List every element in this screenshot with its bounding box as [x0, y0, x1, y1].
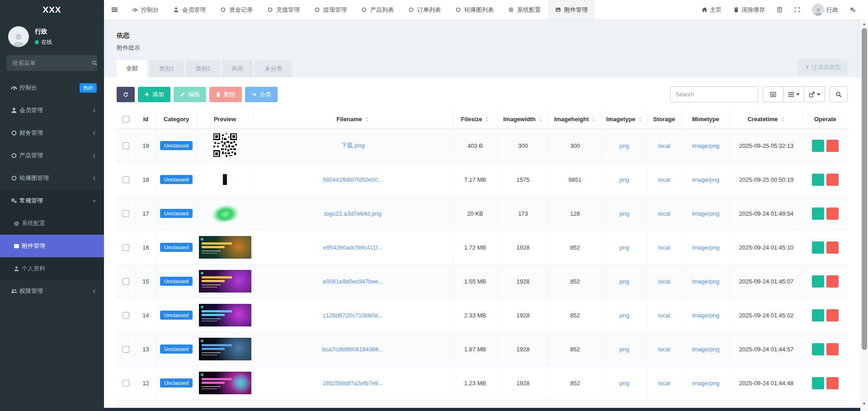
edit-row-button[interactable] — [812, 241, 824, 254]
sort-icon[interactable] — [485, 117, 489, 122]
toggle-view-button[interactable] — [763, 86, 783, 102]
filename-link[interactable]: e0061e9d0ec947bee... — [323, 278, 383, 285]
topnav-item[interactable]: 附件管理 — [548, 0, 595, 19]
sidebar-search-input[interactable] — [12, 60, 92, 66]
delete-row-button[interactable] — [826, 140, 839, 152]
category-tab[interactable]: 类别1 — [150, 60, 184, 77]
scroll-down-arrow-icon[interactable]: ▼ — [860, 401, 868, 407]
storage-link[interactable]: local — [658, 346, 670, 353]
column-header-filename[interactable]: Filename — [253, 109, 453, 129]
sidebar-subitem[interactable]: 附件管理 — [0, 235, 104, 257]
filename-link[interactable]: 585441fb887fd50e50... — [323, 176, 383, 183]
topnav-item[interactable]: 产品列表 — [354, 0, 401, 19]
row-checkbox[interactable] — [123, 210, 129, 217]
topnav-item[interactable]: 会员管理 — [166, 0, 213, 19]
mimetype-link[interactable]: image/png — [692, 278, 720, 285]
vertical-scrollbar[interactable]: ▲ ▼ — [860, 20, 868, 411]
mimetype-link[interactable]: image/png — [692, 380, 720, 387]
edit-row-button[interactable] — [812, 275, 824, 288]
sidebar-item[interactable]: 会员管理 — [0, 99, 104, 122]
filename-link[interactable]: logo22.a3d7e64d.png — [325, 210, 382, 217]
user-menu[interactable]: 行政 — [806, 0, 844, 19]
mimetype-link[interactable]: image/png — [692, 210, 720, 217]
delete-row-button[interactable] — [826, 174, 839, 186]
filename-link[interactable]: 下载.png — [341, 142, 364, 149]
row-checkbox[interactable] — [123, 142, 129, 149]
sidebar-item[interactable]: 权限管理 — [0, 280, 104, 302]
topnav-item[interactable]: 轮播图列表 — [448, 0, 501, 19]
row-checkbox[interactable] — [123, 346, 129, 353]
delete-row-button[interactable] — [826, 343, 839, 355]
sidebar-item[interactable]: 控制台 热的 — [0, 76, 104, 99]
delete-row-button[interactable] — [826, 275, 839, 288]
delete-row-button[interactable] — [826, 309, 839, 321]
scroll-up-arrow-icon[interactable]: ▲ — [860, 21, 868, 27]
delete-row-button[interactable] — [826, 377, 839, 389]
delete-row-button[interactable] — [826, 241, 839, 254]
scrollbar-thumb[interactable] — [862, 28, 867, 350]
delete-row-button[interactable] — [826, 208, 839, 220]
topnav-item[interactable]: 系统配置 — [501, 0, 548, 19]
column-header-imagewidth[interactable]: Imagewidth — [498, 109, 548, 129]
preview-image[interactable] — [211, 203, 239, 223]
classify-button[interactable]: 分类 — [245, 87, 278, 102]
imagetype-link[interactable]: png — [619, 142, 629, 149]
filename-link[interactable]: e9542b0adc5bfc411f... — [323, 244, 382, 251]
sidebar-item[interactable]: 财务管理 — [0, 122, 104, 144]
sidebar-menu-search[interactable] — [7, 55, 97, 71]
preview-image[interactable] — [199, 236, 251, 259]
storage-link[interactable]: local — [658, 380, 670, 387]
sidebar-item[interactable]: 产品管理 — [0, 144, 104, 167]
sidebar-item[interactable]: 常规管理 — [0, 189, 104, 212]
sort-icon[interactable] — [591, 117, 596, 122]
sort-icon[interactable] — [365, 117, 369, 122]
sidebar-item[interactable]: 轮播图管理 — [0, 167, 104, 189]
column-header-imagetype[interactable]: Imagetype — [602, 109, 647, 129]
settings-button[interactable] — [844, 0, 862, 19]
row-checkbox[interactable] — [123, 176, 129, 183]
imagetype-link[interactable]: png — [619, 210, 629, 217]
storage-link[interactable]: local — [658, 244, 670, 251]
sort-icon[interactable] — [538, 117, 543, 122]
category-tab[interactable]: 未分类 — [255, 60, 292, 77]
sidebar-subitem[interactable]: 系统配置 — [0, 212, 104, 235]
edit-row-button[interactable] — [812, 208, 824, 220]
imagetype-link[interactable]: png — [619, 244, 629, 251]
preview-image[interactable] — [199, 338, 251, 360]
edit-button[interactable]: 编辑 — [174, 87, 206, 102]
filename-link[interactable]: bca7cdfd9b06184366... — [322, 346, 384, 353]
topnav-item[interactable]: 提现管理 — [307, 0, 354, 19]
imagetype-link[interactable]: png — [619, 176, 629, 183]
edit-row-button[interactable] — [812, 309, 824, 321]
imagetype-link[interactable]: png — [619, 312, 629, 319]
topnav-item[interactable]: 订单列表 — [401, 0, 448, 19]
column-header-filesize[interactable]: Filesize — [453, 109, 498, 129]
row-checkbox[interactable] — [123, 244, 129, 251]
sort-icon[interactable] — [638, 117, 642, 122]
edit-row-button[interactable] — [812, 174, 824, 186]
storage-link[interactable]: local — [658, 312, 670, 319]
filename-link[interactable]: 2852588df7a2efb7e9... — [323, 380, 383, 387]
fullscreen-button[interactable] — [788, 0, 806, 19]
select-all-checkbox[interactable] — [123, 116, 129, 123]
sort-icon[interactable] — [781, 117, 785, 122]
storage-link[interactable]: local — [658, 176, 670, 183]
clear-cache-button[interactable]: 清除缓存 — [727, 0, 771, 19]
hamburger-menu-button[interactable] — [104, 0, 125, 19]
column-header-imageheight[interactable]: Imageheight — [548, 109, 602, 129]
topnav-item[interactable]: 资金记录 — [213, 0, 260, 19]
imagetype-link[interactable]: png — [619, 278, 629, 285]
topnav-item[interactable]: 控制台 — [125, 0, 166, 19]
mimetype-link[interactable]: image/png — [692, 244, 720, 251]
preview-image[interactable] — [199, 372, 251, 394]
home-button[interactable]: 主页 — [696, 0, 727, 19]
category-tab[interactable]: 风俗 — [222, 60, 253, 77]
search-button[interactable] — [830, 86, 848, 102]
row-checkbox[interactable] — [123, 312, 129, 319]
language-button[interactable] — [771, 0, 788, 19]
filename-link[interactable]: c128d6720c710bb0d... — [323, 312, 382, 319]
preview-image[interactable] — [213, 133, 237, 158]
mimetype-link[interactable]: image/png — [692, 312, 720, 319]
mimetype-link[interactable]: image/png — [692, 346, 720, 353]
column-header-createtime[interactable]: Createtime — [730, 109, 802, 129]
